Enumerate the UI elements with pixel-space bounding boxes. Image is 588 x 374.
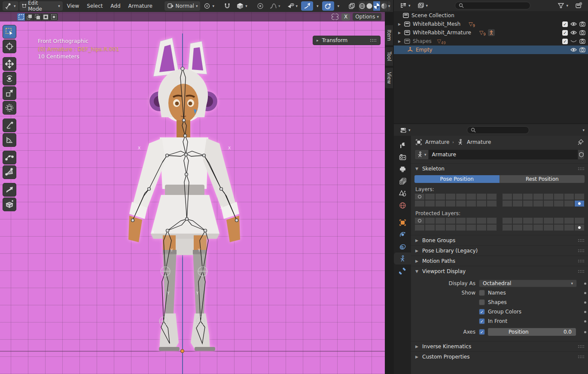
layer-cell[interactable] xyxy=(564,200,574,207)
proportional-editing-toggle[interactable] xyxy=(254,1,266,11)
menu-add[interactable]: Add xyxy=(107,1,124,11)
tab-view[interactable]: View xyxy=(385,67,393,88)
move-tool[interactable] xyxy=(3,57,16,71)
outliner-row-empty[interactable]: Empty xyxy=(394,46,588,54)
gizmos-dropdown[interactable]: ▾ xyxy=(314,1,321,11)
measure-tool[interactable] xyxy=(3,133,16,147)
layer-cell[interactable] xyxy=(476,217,487,224)
layer-cell[interactable] xyxy=(543,200,554,207)
outliner-row-whiterabbit-mesh[interactable]: ▶ WhiteRabbit_Mesh ▽9 ✓ xyxy=(394,20,588,28)
eye-icon[interactable] xyxy=(570,30,577,35)
options-dropdown[interactable]: Options ▾ xyxy=(353,13,381,21)
rotate-tool[interactable] xyxy=(3,72,16,85)
layer-cell[interactable] xyxy=(487,224,497,231)
panel-skeleton-header[interactable]: ▼ Skeleton xyxy=(411,163,588,173)
tab-bone-properties[interactable] xyxy=(394,265,411,277)
layer-cell[interactable] xyxy=(445,217,456,224)
layer-cell[interactable] xyxy=(502,200,512,207)
layer-cell[interactable] xyxy=(445,193,456,200)
layer-cell[interactable] xyxy=(543,193,554,200)
protected-block-right[interactable] xyxy=(502,217,585,231)
panel-viewport-display-header[interactable]: ▼ Viewport Display xyxy=(411,266,588,276)
animate-dot[interactable] xyxy=(584,301,586,304)
camera-icon[interactable] xyxy=(579,30,585,35)
layer-cell[interactable] xyxy=(425,217,435,224)
shading-wireframe-button[interactable] xyxy=(359,1,366,11)
layer-cell[interactable] xyxy=(574,217,585,224)
outliner-row-whiterabbit-armature[interactable]: ▶ WhiteRabbit_Armature ▽9 ✓ xyxy=(394,28,588,37)
layer-cell[interactable] xyxy=(435,200,445,207)
transform-panel-header[interactable]: ▸ Transform xyxy=(313,36,381,45)
layer-cell[interactable] xyxy=(445,224,456,231)
breadcrumb-object[interactable]: Armature xyxy=(425,139,449,145)
properties-editor-type-button[interactable]: ▾ xyxy=(397,125,413,135)
layer-cell[interactable] xyxy=(533,193,543,200)
shading-solid-button[interactable] xyxy=(366,1,373,11)
cursor-tool[interactable] xyxy=(3,40,16,53)
outliner-filter-button[interactable]: ▾ xyxy=(555,1,571,10)
menu-select[interactable]: Select xyxy=(83,1,106,11)
layer-cell[interactable] xyxy=(476,193,487,200)
layer-cell[interactable] xyxy=(564,193,574,200)
tab-physics-properties[interactable] xyxy=(394,228,411,240)
tab-scene-properties[interactable] xyxy=(394,187,411,199)
layer-cell[interactable] xyxy=(466,200,476,207)
select-mode-extend[interactable] xyxy=(25,13,34,21)
xray-toggle[interactable] xyxy=(346,1,358,11)
layer-cell[interactable] xyxy=(554,200,564,207)
layers-block-left[interactable] xyxy=(414,193,497,207)
layers-block-right[interactable] xyxy=(502,193,585,207)
layer-cell[interactable] xyxy=(543,224,554,231)
expand-arrow-icon[interactable]: ▶ xyxy=(397,40,402,43)
panel-grip-icon[interactable] xyxy=(578,249,585,252)
shading-rendered-button[interactable] xyxy=(381,1,388,11)
panel-grip-icon[interactable] xyxy=(578,355,585,359)
new-collection-button[interactable] xyxy=(573,1,585,10)
layer-cell[interactable] xyxy=(564,217,574,224)
axes-position-slider[interactable]: Position 0.0 xyxy=(488,328,576,336)
transform-orientation-select[interactable]: Normal ▾ xyxy=(165,1,201,11)
layer-cell[interactable] xyxy=(466,224,476,231)
layer-cell[interactable] xyxy=(414,224,425,231)
viewport-canvas[interactable]: YY YY YXX XX Front Orthographic (0) Arma… xyxy=(0,12,385,374)
shading-dropdown[interactable]: ▾ xyxy=(388,1,390,11)
panel-grip-icon[interactable] xyxy=(578,270,585,273)
show-object-types-select[interactable]: ▾ xyxy=(285,1,301,11)
bone-envelope-tool[interactable] xyxy=(3,165,16,179)
layer-cell[interactable] xyxy=(574,200,585,207)
overlays-dropdown[interactable]: ▾ xyxy=(335,1,342,11)
pin-icon[interactable] xyxy=(578,139,584,145)
scale-tool[interactable] xyxy=(3,86,16,100)
layer-cell[interactable] xyxy=(435,193,445,200)
eye-icon[interactable] xyxy=(570,47,577,52)
animate-dot[interactable] xyxy=(584,283,586,285)
select-mode-intersect[interactable] xyxy=(50,13,58,21)
layer-cell[interactable] xyxy=(574,224,585,231)
fake-user-shield-button[interactable] xyxy=(578,149,585,160)
panel-grip-icon[interactable] xyxy=(578,259,585,263)
armature-id-dropdown[interactable]: ▾ xyxy=(414,149,429,160)
layer-cell[interactable] xyxy=(523,224,533,231)
layer-cell[interactable] xyxy=(554,193,564,200)
layer-cell[interactable] xyxy=(456,193,466,200)
animate-dot[interactable] xyxy=(584,292,586,294)
layer-cell[interactable] xyxy=(533,200,543,207)
layer-cell[interactable] xyxy=(456,224,466,231)
layer-cell[interactable] xyxy=(574,193,585,200)
tab-viewlayer-properties[interactable] xyxy=(394,175,411,187)
layer-cell[interactable] xyxy=(502,193,512,200)
layer-cell[interactable] xyxy=(414,200,425,207)
eye-icon[interactable] xyxy=(570,21,577,27)
selectable-checkbox[interactable]: ✓ xyxy=(562,39,568,44)
panel-inverse-kinematics-header[interactable]: ▶ Inverse Kinematics xyxy=(411,341,588,351)
select-mode-subtract[interactable] xyxy=(34,13,42,21)
roll-tool[interactable] xyxy=(3,151,16,164)
layer-cell[interactable] xyxy=(523,200,533,207)
select-mode-new[interactable] xyxy=(17,13,25,21)
overlays-toggle[interactable] xyxy=(322,1,334,11)
character-model[interactable]: YY YY YXX XX xyxy=(122,25,260,352)
layer-cell[interactable] xyxy=(512,217,523,224)
id-name-field[interactable]: Armature xyxy=(429,149,578,160)
tab-tool-properties[interactable] xyxy=(394,139,411,151)
tab-world-properties[interactable] xyxy=(394,199,411,211)
